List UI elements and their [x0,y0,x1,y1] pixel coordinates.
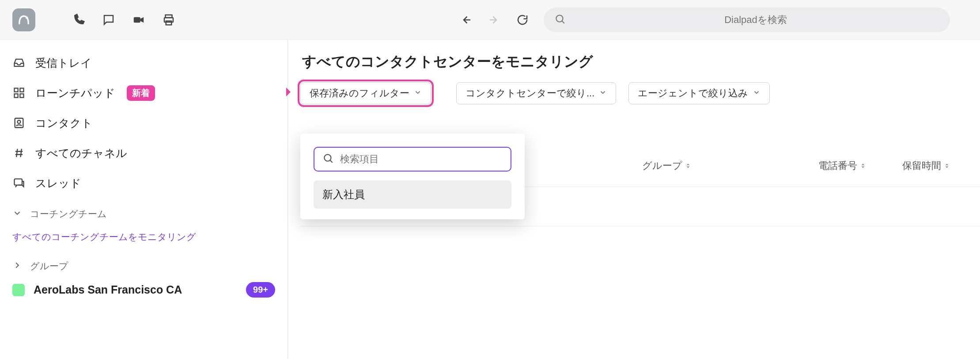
callout-arrow-icon [273,86,295,100]
filter-label: エージェントで絞り込み [638,87,748,100]
sidebar-item-label: スレッド [35,176,81,191]
sidebar-item-channels[interactable]: すべてのチャネル [0,138,288,168]
svg-rect-9 [20,94,23,97]
page-title: すべてのコンタクトセンターをモニタリング [302,52,980,72]
group-swatch-icon [12,284,25,296]
inbox-icon [12,57,26,69]
group-name: AeroLabs San Francisco CA [34,283,182,296]
hash-icon [12,147,26,159]
global-search[interactable] [544,8,950,32]
svg-rect-1 [134,17,140,23]
sidebar-link-monitor-all-coaching[interactable]: すべてのコーチングチームをモニタリング [0,224,288,250]
chevron-down-icon [753,88,761,99]
section-label: コーチングチーム [30,208,107,220]
group-count-badge: 99+ [246,282,275,298]
sort-icon [685,160,691,172]
sidebar-section-group[interactable]: グループ [0,250,288,276]
filter-label: 保存済みのフィルター [310,87,409,100]
dropdown-search[interactable] [314,147,511,172]
sidebar-section-coaching[interactable]: コーチングチーム [0,198,288,224]
chevron-down-icon [414,88,422,99]
filter-saved-button[interactable]: 保存済みのフィルター [300,82,431,104]
sidebar-item-label: コンタクト [35,116,93,130]
svg-rect-7 [20,88,23,92]
sort-icon [860,160,866,172]
sidebar-group-item[interactable]: AeroLabs San Francisco CA 99+ [0,276,288,304]
sidebar-item-contacts[interactable]: コンタクト [0,108,288,138]
nav-back-icon[interactable] [458,12,474,28]
sidebar-item-launchpad[interactable]: ローンチパッド 新着 [0,78,288,108]
global-search-input[interactable] [572,14,939,26]
search-icon [554,13,566,27]
nav-refresh-icon[interactable] [515,12,530,28]
chat-icon[interactable] [101,12,117,28]
search-icon [322,153,334,166]
filter-agent-button[interactable]: エージェントで絞り込み [628,82,770,104]
chevron-right-icon [12,260,22,272]
print-icon[interactable] [161,12,177,28]
dropdown-item[interactable]: 新入社員 [314,180,511,209]
svg-point-0 [26,16,28,19]
launchpad-icon [12,87,26,99]
filter-label: コンタクトセンターで絞り... [465,87,594,100]
column-header-phone[interactable]: 電話番号 [818,159,866,172]
chevron-down-icon [599,88,607,99]
sidebar-item-label: 受信トレイ [35,56,92,70]
thread-icon [12,177,26,189]
svg-rect-6 [15,88,18,92]
sidebar-item-threads[interactable]: スレッド [0,168,288,198]
video-icon[interactable] [131,12,147,28]
saved-filter-dropdown: 新入社員 [300,134,525,219]
dropdown-search-input[interactable] [340,153,503,165]
filter-contactcenter-button[interactable]: コンタクトセンターで絞り... [456,82,616,104]
svg-rect-12 [15,179,23,185]
sidebar-item-label: ローンチパッド [35,86,115,100]
app-logo[interactable] [12,8,35,31]
svg-rect-8 [15,94,18,97]
svg-point-5 [556,15,563,22]
sidebar: 受信トレイ ローンチパッド 新着 コンタクト すべてのチャネル スレ [0,40,288,359]
svg-point-11 [18,120,21,123]
chevron-down-icon [12,208,22,220]
new-badge: 新着 [127,85,155,101]
column-header-group[interactable]: グループ [642,159,691,172]
contacts-icon [12,117,26,129]
sort-icon [944,160,950,172]
section-label: グループ [30,260,68,272]
svg-point-13 [324,154,331,161]
sidebar-item-inbox[interactable]: 受信トレイ [0,48,288,78]
column-header-hold[interactable]: 保留時間 [902,159,950,172]
phone-icon[interactable] [71,12,87,28]
nav-forward-icon [486,12,502,28]
sidebar-item-label: すべてのチャネル [35,146,127,160]
